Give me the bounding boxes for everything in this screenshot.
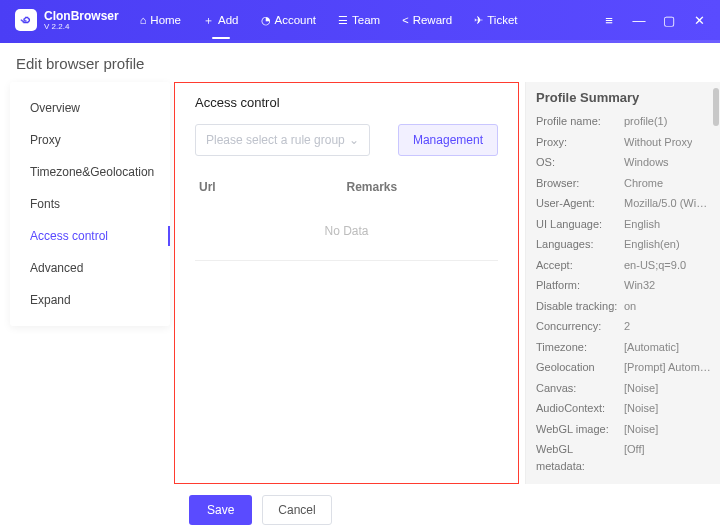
summary-label: Disable tracking: <box>536 298 624 315</box>
col-remarks: Remarks <box>347 180 495 194</box>
summary-value: 2 <box>624 318 630 335</box>
summary-value: Win32 <box>624 277 655 294</box>
summary-row: Canvas:[Noise] <box>536 378 712 399</box>
summary-row: WebGL image:[Noise] <box>536 419 712 440</box>
summary-title: Profile Summary <box>536 90 712 105</box>
profile-summary-panel: Profile Summary Profile name:profile(1)P… <box>525 82 720 484</box>
summary-label: Languages: <box>536 236 624 253</box>
summary-label: Proxy: <box>536 134 624 151</box>
summary-value: [Noise] <box>624 400 658 417</box>
save-button[interactable]: Save <box>189 495 252 525</box>
sidebar-item-proxy[interactable]: Proxy <box>10 124 170 156</box>
section-title: Access control <box>195 95 498 110</box>
sidebar-item-fonts[interactable]: Fonts <box>10 188 170 220</box>
summary-label: WebGL metadata: <box>536 441 624 474</box>
nav-label: Home <box>150 14 181 26</box>
summary-row: Timezone:[Automatic] <box>536 337 712 358</box>
summary-row: Platform:Win32 <box>536 275 712 296</box>
management-button[interactable]: Management <box>398 124 498 156</box>
summary-value: English <box>624 216 660 233</box>
nav-label: Reward <box>413 14 453 26</box>
summary-value: Without Proxy <box>624 134 692 151</box>
summary-value: [Noise] <box>624 421 658 438</box>
sidebar-item-overview[interactable]: Overview <box>10 92 170 124</box>
summary-value: en-US;q=9.0 <box>624 257 686 274</box>
app-logo-icon: ꩜ <box>15 9 37 31</box>
summary-label: Accept: <box>536 257 624 274</box>
summary-row: Geolocation[Prompt] Automatic <box>536 357 712 378</box>
summary-row: AudioContext:[Noise] <box>536 398 712 419</box>
nav-label: Ticket <box>487 14 517 26</box>
app-name: ClonBrowser <box>44 10 119 22</box>
nav-home[interactable]: ⌂Home <box>129 0 192 40</box>
nav-reward[interactable]: <Reward <box>391 0 463 40</box>
app-version: V 2.2.4 <box>44 22 119 31</box>
summary-row: UI Language:English <box>536 214 712 235</box>
summary-row: Languages:English(en) <box>536 234 712 255</box>
summary-value: Windows <box>624 154 669 171</box>
maximize-button[interactable]: ▢ <box>654 5 684 35</box>
summary-label: Platform: <box>536 277 624 294</box>
summary-row: Accept:en-US;q=9.0 <box>536 255 712 276</box>
summary-label: Profile name: <box>536 113 624 130</box>
rules-table: Url Remarks No Data <box>195 172 498 261</box>
window-controls: ≡ — ▢ ✕ <box>594 5 720 35</box>
table-empty: No Data <box>195 202 498 261</box>
summary-value: English(en) <box>624 236 680 253</box>
rule-group-select[interactable]: Please select a rule group ⌄ <box>195 124 370 156</box>
summary-value: [Off] <box>624 441 645 474</box>
close-button[interactable]: ✕ <box>684 5 714 35</box>
brand: ꩜ ClonBrowser V 2.2.4 <box>0 9 129 31</box>
summary-label: UI Language: <box>536 216 624 233</box>
summary-value: [Noise] <box>624 380 658 397</box>
summary-row: Profile name:profile(1) <box>536 111 712 132</box>
summary-row: Concurrency:2 <box>536 316 712 337</box>
chevron-down-icon: ⌄ <box>349 133 359 147</box>
summary-value: profile(1) <box>624 113 667 130</box>
nav-add[interactable]: ＋Add <box>192 0 249 40</box>
cancel-button[interactable]: Cancel <box>262 495 331 525</box>
summary-label: Concurrency: <box>536 318 624 335</box>
nav-label: Add <box>218 14 238 26</box>
summary-value: [Automatic] <box>624 339 679 356</box>
sidebar: Overview Proxy Timezone&Geolocation Font… <box>10 82 170 326</box>
summary-row: User-Agent:Mozilla/5.0 (Windows NT 1... <box>536 193 712 214</box>
scrollbar[interactable] <box>713 88 719 126</box>
summary-label: Browser: <box>536 175 624 192</box>
nav-team[interactable]: ☰Team <box>327 0 391 40</box>
team-icon: ☰ <box>338 14 348 27</box>
user-icon: ◔ <box>261 14 271 27</box>
summary-label: WebGL image: <box>536 421 624 438</box>
menu-icon[interactable]: ≡ <box>594 5 624 35</box>
sidebar-item-advanced[interactable]: Advanced <box>10 252 170 284</box>
summary-label: User-Agent: <box>536 195 624 212</box>
summary-row: Disable tracking:on <box>536 296 712 317</box>
summary-value: on <box>624 298 636 315</box>
sidebar-item-expand[interactable]: Expand <box>10 284 170 316</box>
page-title: Edit browser profile <box>0 43 720 82</box>
select-placeholder: Please select a rule group <box>206 133 345 147</box>
minimize-button[interactable]: — <box>624 5 654 35</box>
table-header: Url Remarks <box>195 172 498 202</box>
summary-label: Geolocation <box>536 359 624 376</box>
nav-ticket[interactable]: ✈Ticket <box>463 0 528 40</box>
summary-row: OS:Windows <box>536 152 712 173</box>
nav-account[interactable]: ◔Account <box>250 0 328 40</box>
sidebar-item-timezone[interactable]: Timezone&Geolocation <box>10 156 170 188</box>
nav-label: Team <box>352 14 380 26</box>
summary-row: Browser:Chrome <box>536 173 712 194</box>
share-icon: < <box>402 14 408 26</box>
summary-value: [Prompt] Automatic <box>624 359 712 376</box>
summary-row: WebGL metadata:[Off] <box>536 439 712 476</box>
top-bar: ꩜ ClonBrowser V 2.2.4 ⌂Home ＋Add ◔Accoun… <box>0 0 720 40</box>
home-icon: ⌂ <box>140 14 147 26</box>
send-icon: ✈ <box>474 14 483 27</box>
summary-label: AudioContext: <box>536 400 624 417</box>
sidebar-item-access-control[interactable]: Access control <box>10 220 170 252</box>
summary-label: Canvas: <box>536 380 624 397</box>
main-panel: Access control Please select a rule grou… <box>174 82 519 484</box>
summary-row: Proxy:Without Proxy <box>536 132 712 153</box>
summary-label: Timezone: <box>536 339 624 356</box>
nav-tabs: ⌂Home ＋Add ◔Account ☰Team <Reward ✈Ticke… <box>129 0 529 40</box>
summary-value: Chrome <box>624 175 663 192</box>
